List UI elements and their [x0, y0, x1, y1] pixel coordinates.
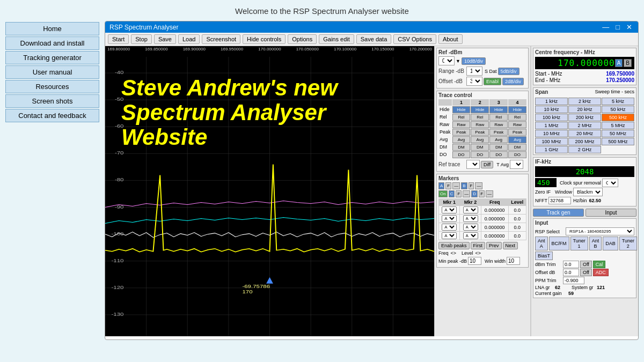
sidebar-item-screenshots[interactable]: Screen shots — [5, 94, 99, 108]
trace1-dm[interactable]: DM — [452, 144, 471, 151]
mkr2-row4[interactable]: A ▼ — [463, 232, 478, 239]
gains-edit-button[interactable]: Gains edit — [319, 34, 354, 44]
save-data-button[interactable]: Save data — [356, 34, 392, 44]
close-button[interactable]: ✕ — [625, 23, 634, 31]
marker-a-btn[interactable]: A — [438, 182, 444, 189]
trace3-rel[interactable]: Rel — [489, 114, 508, 121]
trace2-peak[interactable]: Peak — [471, 129, 489, 136]
trace4-do[interactable]: DO — [508, 151, 526, 158]
bias-t-btn[interactable]: BiasT — [535, 252, 553, 260]
mkr1-row4[interactable]: A ▼ — [442, 232, 457, 239]
next-btn[interactable]: Next — [503, 242, 518, 249]
trace2-hide[interactable]: Hide — [471, 106, 489, 113]
trace3-raw[interactable]: Raw — [489, 121, 508, 128]
hide-controls-button[interactable]: Hide controls — [243, 34, 286, 44]
t-avg-select[interactable]: 20 — [510, 160, 523, 169]
rsp-select[interactable]: RSP1A - 1804063295 — [566, 227, 634, 235]
trace1-peak[interactable]: Peak — [452, 129, 471, 136]
span-200mhz[interactable]: 200 MHz — [568, 138, 601, 145]
trace2-raw[interactable]: Raw — [471, 121, 489, 128]
ppm-trim-input[interactable] — [563, 277, 584, 284]
trace3-avg[interactable]: Avg — [489, 136, 508, 143]
trace1-hide[interactable]: Hide — [452, 106, 471, 113]
marker-dash3-btn[interactable]: — — [463, 190, 470, 197]
span-1mhz[interactable]: 1 MHz — [535, 122, 568, 129]
marker-f3-btn[interactable]: F — [456, 190, 462, 197]
marker-f1-btn[interactable]: F — [445, 182, 451, 189]
about-button[interactable]: About — [438, 34, 463, 44]
track-gen-btn[interactable]: Track gen — [533, 209, 584, 217]
offset-unit-btn[interactable]: 2dB/div — [502, 78, 524, 85]
minimize-button[interactable]: — — [601, 23, 611, 31]
stop-button[interactable]: Stop — [131, 34, 152, 44]
win-width-input[interactable] — [507, 257, 520, 265]
trace4-avg[interactable]: Avg — [508, 136, 526, 143]
marker-dash2-btn[interactable]: — — [475, 182, 482, 189]
marker-dash4-btn[interactable]: — — [486, 190, 493, 197]
nfft-input[interactable] — [548, 197, 571, 204]
trace2-rel[interactable]: Rel — [471, 114, 489, 121]
enab-peaks-btn[interactable]: Enab peaks — [438, 242, 470, 249]
marker-f4-btn[interactable]: F — [479, 190, 485, 197]
off1-btn[interactable]: Off — [580, 261, 592, 268]
marker-f2-btn[interactable]: F — [469, 182, 474, 189]
dbm-trim-input[interactable] — [563, 261, 579, 268]
trace4-rel[interactable]: Rel — [508, 114, 526, 121]
mkr2-row3[interactable]: A ▼ — [463, 224, 478, 231]
marker-b-btn[interactable]: B — [461, 182, 467, 189]
span-10khz[interactable]: 10 kHz — [535, 106, 568, 113]
clock-spur-select[interactable]: Off — [602, 179, 618, 187]
span-100khz[interactable]: 100 kHz — [535, 114, 568, 121]
first-btn[interactable]: First — [471, 242, 486, 249]
range-select[interactable]: 180 — [466, 67, 482, 76]
sidebar-item-resources[interactable]: Resources — [5, 80, 99, 93]
marker-d-btn[interactable]: D — [471, 190, 478, 197]
trace3-hide[interactable]: Hide — [489, 106, 508, 113]
span-10mhz[interactable]: 10 MHz — [535, 130, 568, 137]
trace2-do[interactable]: DO — [471, 151, 489, 158]
trace3-peak[interactable]: Peak — [489, 129, 508, 136]
trace4-raw[interactable]: Raw — [508, 121, 526, 128]
prev-btn[interactable]: Prev — [486, 242, 502, 249]
trace1-do[interactable]: DO — [452, 151, 471, 158]
marker-dash1-btn[interactable]: — — [452, 182, 460, 189]
csv-options-button[interactable]: CSV Options — [393, 34, 436, 44]
sidebar-item-manual[interactable]: User manual — [5, 65, 99, 79]
bc-fm-btn[interactable]: BC/FM — [549, 237, 569, 250]
ref-dbm-select[interactable]: 0 — [438, 56, 455, 65]
offset-select[interactable]: 30 — [466, 77, 482, 86]
save-button[interactable]: Save — [154, 34, 176, 44]
marker-c-btn[interactable]: C — [449, 190, 455, 197]
span-50mhz[interactable]: 50 MHz — [602, 130, 634, 137]
sidebar-item-home[interactable]: Home — [5, 22, 99, 35]
tuner2-btn[interactable]: Tuner 2 — [619, 237, 637, 250]
trace4-hide[interactable]: Hide — [508, 106, 526, 113]
trace4-peak[interactable]: Peak — [508, 129, 526, 136]
span-2khz[interactable]: 2 kHz — [568, 98, 601, 105]
mkr1-row2[interactable]: A ▼ — [442, 215, 457, 222]
span-2ghz[interactable]: 2 GHz — [568, 146, 601, 153]
span-500mhz[interactable]: 500 MHz — [602, 138, 634, 145]
trace3-do[interactable]: DO — [489, 151, 508, 158]
span-500khz[interactable]: 500 kHz — [602, 114, 634, 121]
span-200khz[interactable]: 200 kHz — [568, 114, 601, 121]
span-100mhz[interactable]: 100 MHz — [535, 138, 568, 145]
mkr1-row1[interactable]: A ▼ — [442, 206, 457, 213]
sidebar-item-download[interactable]: Download and install — [5, 36, 99, 50]
screenshot-button[interactable]: Screenshot — [202, 34, 240, 44]
window-select[interactable]: Blackman — [573, 188, 603, 196]
freq-btn-b[interactable]: B — [624, 59, 632, 67]
ant-a-btn[interactable]: Ant A — [535, 237, 548, 250]
trace1-raw[interactable]: Raw — [452, 121, 471, 128]
range-unit-btn[interactable]: 5dB/div — [498, 68, 519, 75]
span-1khz[interactable]: 1 kHz — [535, 98, 568, 105]
span-1ghz[interactable]: 1 GHz — [535, 146, 568, 153]
span-20mhz[interactable]: 20 MHz — [568, 130, 601, 137]
span-5mhz[interactable]: 5 MHz — [602, 122, 634, 129]
mkr2-row1[interactable]: A ▼ — [463, 206, 478, 213]
trace2-dm[interactable]: DM — [471, 144, 489, 151]
ref-unit-btn[interactable]: 10dB/div — [462, 57, 486, 65]
span-2mhz[interactable]: 2 MHz — [568, 122, 601, 129]
input-btn[interactable]: Input — [586, 209, 636, 217]
span-20khz[interactable]: 20 kHz — [568, 106, 601, 113]
